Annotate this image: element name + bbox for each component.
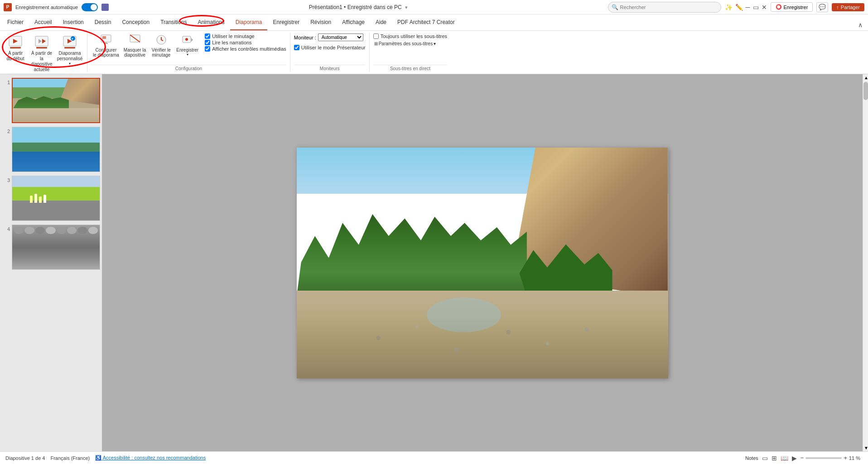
checkbox-presentateur[interactable]: Utiliser le mode Présentateur bbox=[294, 45, 366, 50]
pen-icon[interactable]: ✏️ bbox=[735, 4, 743, 11]
vertical-scrollbar[interactable]: ▲ ▼ bbox=[863, 74, 868, 451]
ribbon-group-demarrage: À partirdu début À partir de ladiapositi… bbox=[0, 33, 87, 72]
accessibility-link[interactable]: ♿ Accessibilité : consultez nos recomman… bbox=[95, 455, 206, 461]
title-bar-right: 🔍 ✨ ✏️ ─ ▭ ✕ ⭕ Enregistrer 💬 ↑ Partager bbox=[608, 2, 864, 13]
tab-enregistrer[interactable]: Enregistrer bbox=[267, 15, 305, 30]
share-button[interactable]: ↑ Partager bbox=[832, 3, 864, 11]
custom-slideshow-icon: ▾ bbox=[63, 35, 77, 50]
restore-icon[interactable]: ▭ bbox=[753, 4, 759, 11]
tab-diaporama[interactable]: Diaporama bbox=[230, 15, 268, 30]
status-bar: Diapositive 1 de 4 Français (France) ♿ A… bbox=[0, 451, 868, 464]
tab-insertion[interactable]: Insertion bbox=[58, 15, 89, 30]
title-bar-left: P Enregistrement automatique bbox=[4, 3, 109, 11]
view-reading-icon[interactable]: 📖 bbox=[781, 454, 788, 462]
ribbon-tabs: Fichier Accueil Insertion Dessin Concept… bbox=[0, 14, 868, 31]
btn-partir-debut[interactable]: À partirdu début bbox=[4, 33, 27, 63]
moniteurs-items: Moniteur : Automatique Utiliser le mode … bbox=[294, 33, 366, 65]
check-timing-icon bbox=[156, 34, 167, 47]
narrations-check[interactable] bbox=[205, 40, 210, 45]
tab-animations[interactable]: Animations bbox=[192, 15, 230, 30]
slide-canvas bbox=[297, 148, 668, 378]
main-area: 1 2 3 bbox=[0, 74, 868, 451]
tab-dessin[interactable]: Dessin bbox=[89, 15, 117, 30]
slide-item-1[interactable]: 1 bbox=[2, 78, 100, 123]
ribbon-group-configuration: Configurerle diaporama Masquer ladiaposi… bbox=[87, 33, 290, 72]
comment-button[interactable]: 💬 bbox=[816, 2, 828, 12]
save-circle-icon: ⭕ bbox=[776, 4, 782, 10]
btn-configurer[interactable]: Configurerle diaporama bbox=[91, 33, 121, 58]
view-slideshow-icon[interactable]: ▶ bbox=[792, 454, 797, 462]
slide-thumb-3 bbox=[12, 176, 100, 221]
zoom-out-btn[interactable]: − bbox=[800, 454, 804, 461]
search-icon: 🔍 bbox=[612, 4, 618, 10]
zoom-slider[interactable] bbox=[805, 457, 842, 459]
slide-item-3[interactable]: 3 bbox=[2, 176, 100, 221]
slide-item-2[interactable]: 2 bbox=[2, 127, 100, 172]
save-button[interactable]: ⭕ Enregistrer bbox=[771, 2, 813, 12]
btn-masquer[interactable]: Masquer ladiapositive bbox=[122, 33, 148, 58]
ribbon-group-sous-titres: Toujours utiliser les sous-titres ⊞ Para… bbox=[370, 33, 451, 72]
view-grid-icon[interactable]: ⊞ bbox=[772, 454, 777, 462]
scroll-down-btn[interactable]: ▼ bbox=[863, 445, 868, 451]
search-input[interactable] bbox=[608, 2, 721, 13]
svg-text:▾: ▾ bbox=[72, 37, 73, 40]
slide-number-1: 1 bbox=[2, 80, 10, 85]
canvas-area bbox=[102, 74, 863, 451]
view-normal-icon[interactable]: ▭ bbox=[762, 454, 768, 462]
btn-partir-actuelle[interactable]: À partir de ladiapositive actuelle bbox=[28, 33, 55, 74]
close-icon[interactable]: ✕ bbox=[762, 4, 767, 11]
btn-enregistrer-conf[interactable]: Enregistrer ▾ bbox=[174, 33, 200, 57]
tab-aide[interactable]: Aide bbox=[370, 15, 392, 30]
slide-info: Diapositive 1 de 4 bbox=[5, 455, 45, 461]
configuration-label: Configuration bbox=[91, 65, 286, 72]
ribbon-collapse-btn[interactable]: ∧ bbox=[854, 19, 866, 30]
tab-conception[interactable]: Conception bbox=[116, 15, 155, 30]
tab-pdf[interactable]: PDF Architect 7 Creator bbox=[392, 15, 460, 30]
svg-rect-6 bbox=[36, 47, 47, 48]
presentateur-check[interactable] bbox=[294, 45, 299, 50]
notes-button[interactable]: Notes bbox=[745, 455, 758, 461]
config-checkboxes: Utiliser le minutage Lire les narrations… bbox=[205, 33, 286, 52]
play-from-current-icon bbox=[34, 35, 49, 50]
slide-thumb-1 bbox=[12, 78, 100, 123]
btn-verifier[interactable]: Vérifier leminutage bbox=[149, 33, 174, 58]
sous-titres-check[interactable] bbox=[373, 33, 379, 39]
minimize-icon[interactable]: ─ bbox=[746, 4, 750, 11]
tab-accueil[interactable]: Accueil bbox=[29, 15, 58, 30]
slide-number-2: 2 bbox=[2, 129, 10, 134]
configure-icon bbox=[101, 34, 111, 47]
checkbox-minutage[interactable]: Utiliser le minutage bbox=[205, 33, 286, 39]
slide-thumb-2 bbox=[12, 127, 100, 172]
controles-check[interactable] bbox=[205, 46, 210, 52]
scrollbar-thumb[interactable] bbox=[863, 82, 868, 100]
autosave-toggle[interactable] bbox=[82, 3, 98, 11]
wand-icon[interactable]: ✨ bbox=[725, 4, 733, 11]
slide-item-4[interactable]: 4 bbox=[2, 225, 100, 270]
scroll-up-btn[interactable]: ▲ bbox=[863, 74, 868, 81]
slide-panel: 1 2 3 bbox=[0, 74, 102, 451]
checkbox-narrations[interactable]: Lire les narrations bbox=[205, 40, 286, 45]
language-label: Français (France) bbox=[50, 455, 90, 461]
document-title: Présentation1 • Enregistré dans ce PC ▾ bbox=[109, 4, 608, 10]
save-disk-icon[interactable] bbox=[101, 4, 109, 11]
sous-titres-items: Toujours utiliser les sous-titres ⊞ Para… bbox=[373, 33, 447, 65]
status-left: Diapositive 1 de 4 Français (France) ♿ A… bbox=[5, 455, 206, 461]
accessibility-icon: ♿ bbox=[95, 455, 101, 460]
monitor-select[interactable]: Automatique bbox=[318, 33, 363, 41]
zoom-control: − + 11 % bbox=[800, 454, 863, 461]
btn-diaporama-personnalise[interactable]: ▾ Diaporamapersonnalisé ▾ bbox=[56, 33, 83, 68]
ribbon-group-moniteurs: Moniteur : Automatique Utiliser le mode … bbox=[290, 33, 370, 72]
btn-parametres-sous-titres[interactable]: ⊞ Paramètres des sous-titres ▾ bbox=[373, 41, 437, 47]
svg-rect-9 bbox=[64, 47, 75, 48]
share-icon: ↑ bbox=[836, 5, 839, 10]
tab-transitions[interactable]: Transitions bbox=[155, 15, 192, 30]
checkbox-controles[interactable]: Afficher les contrôles multimédias bbox=[205, 46, 286, 52]
app-window: P Enregistrement automatique Présentatio… bbox=[0, 0, 868, 464]
tab-revision[interactable]: Révision bbox=[305, 15, 337, 30]
tab-fichier[interactable]: Fichier bbox=[2, 15, 29, 30]
tab-affichage[interactable]: Affichage bbox=[337, 15, 370, 30]
minutage-check[interactable] bbox=[205, 33, 210, 39]
checkbox-sous-titres[interactable]: Toujours utiliser les sous-titres bbox=[373, 33, 447, 39]
zoom-in-btn[interactable]: + bbox=[844, 454, 847, 461]
svg-rect-2 bbox=[10, 47, 21, 48]
